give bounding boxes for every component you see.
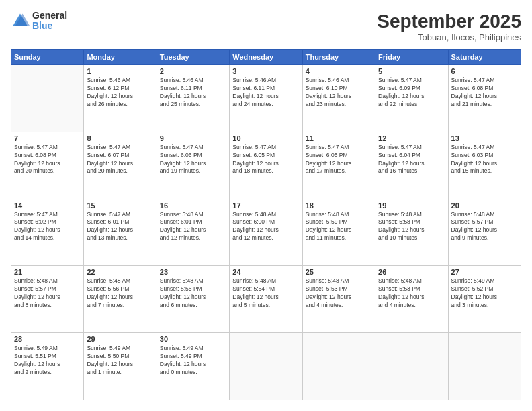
location: Tobuan, Ilocos, Philippines	[377, 32, 521, 42]
day-number: 17	[232, 201, 299, 210]
col-header-wednesday: Wednesday	[230, 50, 302, 65]
day-cell: 11Sunrise: 5:47 AM Sunset: 6:05 PM Dayli…	[302, 132, 375, 199]
day-cell: 8Sunrise: 5:47 AM Sunset: 6:07 PM Daylig…	[84, 132, 157, 199]
day-number: 30	[160, 335, 226, 343]
day-number: 7	[14, 134, 81, 142]
day-info: Sunrise: 5:48 AM Sunset: 5:59 PM Dayligh…	[306, 211, 372, 243]
week-row-2: 7Sunrise: 5:47 AM Sunset: 6:08 PM Daylig…	[11, 132, 521, 199]
day-info: Sunrise: 5:49 AM Sunset: 5:49 PM Dayligh…	[160, 345, 226, 377]
day-cell: 16Sunrise: 5:48 AM Sunset: 6:01 PM Dayli…	[157, 199, 229, 266]
col-header-friday: Friday	[375, 50, 448, 65]
col-header-sunday: Sunday	[11, 50, 84, 65]
day-cell	[302, 333, 375, 400]
calendar-header-row: SundayMondayTuesdayWednesdayThursdayFrid…	[11, 50, 521, 65]
day-number: 23	[160, 268, 226, 276]
day-info: Sunrise: 5:49 AM Sunset: 5:52 PM Dayligh…	[451, 277, 518, 310]
day-cell	[230, 333, 302, 400]
day-cell: 21Sunrise: 5:48 AM Sunset: 5:57 PM Dayli…	[11, 266, 84, 333]
day-info: Sunrise: 5:48 AM Sunset: 5:55 PM Dayligh…	[160, 277, 226, 310]
day-number: 12	[378, 134, 445, 142]
day-info: Sunrise: 5:48 AM Sunset: 5:54 PM Dayligh…	[232, 277, 299, 310]
day-info: Sunrise: 5:47 AM Sunset: 6:02 PM Dayligh…	[14, 211, 81, 243]
day-info: Sunrise: 5:47 AM Sunset: 6:08 PM Dayligh…	[451, 77, 518, 109]
day-cell: 18Sunrise: 5:48 AM Sunset: 5:59 PM Dayli…	[302, 199, 375, 266]
day-cell: 20Sunrise: 5:48 AM Sunset: 5:57 PM Dayli…	[448, 199, 521, 266]
day-info: Sunrise: 5:48 AM Sunset: 5:57 PM Dayligh…	[451, 211, 518, 243]
day-info: Sunrise: 5:47 AM Sunset: 6:05 PM Dayligh…	[306, 144, 372, 176]
day-cell: 17Sunrise: 5:48 AM Sunset: 6:00 PM Dayli…	[230, 199, 302, 266]
day-number: 13	[451, 134, 518, 142]
day-cell: 10Sunrise: 5:47 AM Sunset: 6:05 PM Dayli…	[230, 132, 302, 199]
day-number: 8	[87, 134, 153, 142]
day-cell: 23Sunrise: 5:48 AM Sunset: 5:55 PM Dayli…	[157, 266, 229, 333]
day-number: 5	[378, 67, 445, 75]
day-cell: 14Sunrise: 5:47 AM Sunset: 6:02 PM Dayli…	[11, 199, 84, 266]
day-info: Sunrise: 5:47 AM Sunset: 6:08 PM Dayligh…	[14, 144, 81, 176]
col-header-tuesday: Tuesday	[157, 50, 229, 65]
logo-blue: Blue	[32, 21, 67, 31]
day-info: Sunrise: 5:47 AM Sunset: 6:07 PM Dayligh…	[87, 144, 153, 176]
day-number: 22	[87, 268, 153, 276]
day-number: 4	[306, 67, 372, 75]
day-cell: 12Sunrise: 5:47 AM Sunset: 6:04 PM Dayli…	[375, 132, 448, 199]
day-cell: 9Sunrise: 5:47 AM Sunset: 6:06 PM Daylig…	[157, 132, 229, 199]
day-cell	[448, 333, 521, 400]
day-cell: 28Sunrise: 5:49 AM Sunset: 5:51 PM Dayli…	[11, 333, 84, 400]
day-info: Sunrise: 5:47 AM Sunset: 6:01 PM Dayligh…	[87, 211, 153, 243]
day-number: 1	[87, 67, 153, 75]
day-number: 6	[451, 67, 518, 75]
day-number: 3	[232, 67, 299, 75]
day-cell: 30Sunrise: 5:49 AM Sunset: 5:49 PM Dayli…	[157, 333, 229, 400]
day-number: 28	[14, 335, 81, 343]
title-block: September 2025 Tobuan, Ilocos, Philippin…	[377, 11, 521, 42]
day-cell: 24Sunrise: 5:48 AM Sunset: 5:54 PM Dayli…	[230, 266, 302, 333]
day-number: 29	[87, 335, 153, 343]
page: General Blue September 2025 Tobuan, Iloc…	[0, 0, 532, 411]
day-info: Sunrise: 5:49 AM Sunset: 5:51 PM Dayligh…	[14, 345, 81, 377]
week-row-3: 14Sunrise: 5:47 AM Sunset: 6:02 PM Dayli…	[11, 199, 521, 266]
day-info: Sunrise: 5:47 AM Sunset: 6:04 PM Dayligh…	[378, 144, 445, 176]
day-cell: 2Sunrise: 5:46 AM Sunset: 6:11 PM Daylig…	[157, 65, 229, 132]
day-cell: 25Sunrise: 5:48 AM Sunset: 5:53 PM Dayli…	[302, 266, 375, 333]
day-cell: 3Sunrise: 5:46 AM Sunset: 6:11 PM Daylig…	[230, 65, 302, 132]
day-cell: 22Sunrise: 5:48 AM Sunset: 5:56 PM Dayli…	[84, 266, 157, 333]
day-number: 18	[306, 201, 372, 210]
day-number: 16	[160, 201, 226, 210]
day-cell	[11, 65, 84, 132]
day-number: 21	[14, 268, 81, 276]
day-number: 10	[232, 134, 299, 142]
logo-icon	[11, 11, 30, 30]
day-info: Sunrise: 5:46 AM Sunset: 6:12 PM Dayligh…	[87, 77, 153, 109]
day-info: Sunrise: 5:49 AM Sunset: 5:50 PM Dayligh…	[87, 345, 153, 377]
logo-general: General	[32, 11, 67, 21]
day-info: Sunrise: 5:48 AM Sunset: 5:58 PM Dayligh…	[378, 211, 445, 243]
day-info: Sunrise: 5:48 AM Sunset: 5:57 PM Dayligh…	[14, 277, 81, 310]
day-cell: 19Sunrise: 5:48 AM Sunset: 5:58 PM Dayli…	[375, 199, 448, 266]
day-cell: 1Sunrise: 5:46 AM Sunset: 6:12 PM Daylig…	[84, 65, 157, 132]
day-number: 2	[160, 67, 226, 75]
day-info: Sunrise: 5:48 AM Sunset: 6:00 PM Dayligh…	[232, 211, 299, 243]
week-row-5: 28Sunrise: 5:49 AM Sunset: 5:51 PM Dayli…	[11, 333, 521, 400]
col-header-monday: Monday	[84, 50, 157, 65]
logo: General Blue	[11, 11, 67, 32]
day-number: 9	[160, 134, 226, 142]
day-cell: 29Sunrise: 5:49 AM Sunset: 5:50 PM Dayli…	[84, 333, 157, 400]
day-info: Sunrise: 5:46 AM Sunset: 6:11 PM Dayligh…	[232, 77, 299, 109]
day-number: 11	[306, 134, 372, 142]
day-cell: 15Sunrise: 5:47 AM Sunset: 6:01 PM Dayli…	[84, 199, 157, 266]
day-info: Sunrise: 5:48 AM Sunset: 5:56 PM Dayligh…	[87, 277, 153, 310]
day-info: Sunrise: 5:46 AM Sunset: 6:10 PM Dayligh…	[306, 77, 372, 109]
day-number: 26	[378, 268, 445, 276]
day-info: Sunrise: 5:47 AM Sunset: 6:06 PM Dayligh…	[160, 144, 226, 176]
day-cell: 6Sunrise: 5:47 AM Sunset: 6:08 PM Daylig…	[448, 65, 521, 132]
week-row-4: 21Sunrise: 5:48 AM Sunset: 5:57 PM Dayli…	[11, 266, 521, 333]
day-number: 25	[306, 268, 372, 276]
day-number: 15	[87, 201, 153, 210]
day-info: Sunrise: 5:47 AM Sunset: 6:03 PM Dayligh…	[451, 144, 518, 176]
logo-text: General Blue	[32, 11, 67, 32]
day-info: Sunrise: 5:48 AM Sunset: 5:53 PM Dayligh…	[306, 277, 372, 310]
col-header-thursday: Thursday	[302, 50, 375, 65]
day-cell: 27Sunrise: 5:49 AM Sunset: 5:52 PM Dayli…	[448, 266, 521, 333]
day-cell: 4Sunrise: 5:46 AM Sunset: 6:10 PM Daylig…	[302, 65, 375, 132]
day-info: Sunrise: 5:46 AM Sunset: 6:11 PM Dayligh…	[160, 77, 226, 109]
